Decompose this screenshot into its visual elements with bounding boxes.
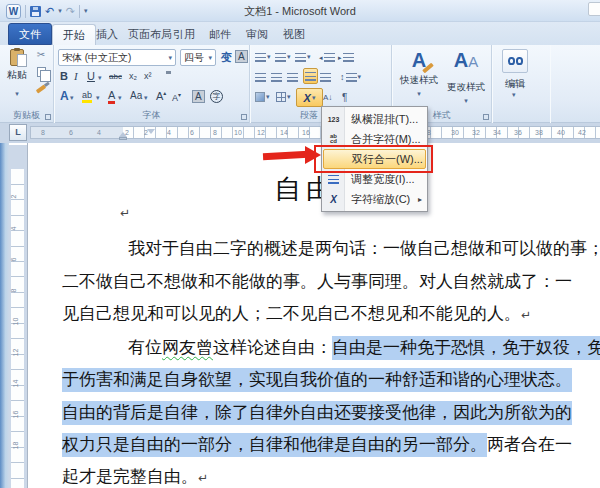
ruler-number: 18	[12, 442, 19, 450]
tab-view[interactable]: 视图	[273, 24, 315, 45]
find-button[interactable]	[502, 49, 528, 73]
change-styles-button[interactable]: AA 更改样式	[443, 48, 489, 106]
doc-line[interactable]: 起才是完整自由。↵	[62, 465, 208, 488]
multilevel-list-button[interactable]	[295, 49, 311, 65]
copy-icon[interactable]	[34, 66, 48, 79]
doc-line[interactable]: 权力只是自由的一部分，自律和他律是自由的另一部分。两者合在一	[62, 433, 572, 456]
ruler-number: 32	[472, 129, 480, 136]
character-shading-icon[interactable]: A	[192, 90, 205, 103]
strikethrough-button[interactable]: abc	[109, 72, 122, 81]
chevron-down-icon[interactable]	[96, 94, 100, 102]
phonetic-guide-icon[interactable]: 变	[221, 50, 232, 65]
character-scaling-icon: X	[325, 191, 342, 207]
ruler-number: 2	[10, 195, 17, 199]
change-case-icon[interactable]: Aa	[130, 90, 142, 101]
ruler-number: 4	[97, 129, 101, 136]
window-title: 文档1 - Microsoft Word	[0, 4, 600, 19]
menu-item-character-scaling[interactable]: X 字符缩放(C)	[322, 189, 427, 209]
shrink-font-icon[interactable]: A▾	[172, 91, 181, 103]
word-window: W 文档1 - Microsoft Word 文件 开始 插入 页面布局 引用 …	[0, 0, 600, 488]
text-effects-icon[interactable]: A	[60, 89, 69, 103]
selected-text: 于伤害和满足自身欲望，实现自我价值的一种舒适和谐的心理状态。	[62, 368, 572, 392]
show-marks-button[interactable]	[342, 89, 347, 105]
chevron-down-icon	[15, 90, 19, 97]
dialog-launcher-icon[interactable]	[45, 114, 51, 120]
horizontal-in-vertical-icon: 123	[325, 111, 342, 127]
chevron-down-icon[interactable]	[118, 94, 122, 102]
increase-indent-button[interactable]	[338, 49, 354, 65]
ruler-number: 6	[69, 129, 73, 136]
ruler-number: 16	[302, 129, 310, 136]
clipboard-group: 粘贴 剪贴板	[0, 45, 54, 123]
font-size-combo[interactable]: 四号	[180, 49, 216, 66]
shading-button[interactable]	[255, 89, 270, 105]
ruler-number: 38	[535, 129, 543, 136]
ruler-number: 42	[578, 129, 586, 136]
doc-line[interactable]: 于伤害和满足自身欲望，实现自我价值的一种舒适和谐的心理状态。	[62, 368, 572, 391]
empty-paragraph-mark[interactable]: ↵	[120, 202, 130, 222]
tab-file[interactable]: 文件	[8, 23, 52, 45]
chevron-down-icon	[168, 54, 172, 62]
enclose-characters-icon[interactable]: 字	[210, 89, 223, 103]
tab-selector[interactable]: L	[9, 124, 27, 141]
ruler-number: 16	[12, 411, 19, 419]
dialog-launcher-icon[interactable]	[241, 114, 247, 120]
quick-styles-button[interactable]: A 快速样式	[396, 48, 442, 106]
chevron-down-icon	[464, 97, 468, 104]
underline-button[interactable]: U	[87, 70, 95, 82]
binoculars-icon	[508, 57, 523, 65]
editing-group: 编辑	[492, 45, 550, 123]
ribbon-tab-row: 文件 开始 插入 页面布局 引用 邮件 审阅 视图	[0, 22, 600, 45]
doc-line[interactable]: 有位网友曾这样论述自由：自由是一种免于恐惧，免于奴役，免	[128, 336, 600, 359]
font-name-combo[interactable]: 宋体 (中文正文)	[58, 49, 176, 66]
distribute-button[interactable]	[320, 69, 331, 85]
paste-button[interactable]: 粘贴	[4, 48, 30, 108]
line-spacing-button[interactable]	[340, 69, 361, 85]
numbering-button[interactable]	[275, 49, 291, 65]
selected-text: 自由是一种免于恐惧，免于奴役，免	[332, 336, 600, 360]
align-left-button[interactable]	[255, 69, 266, 85]
chevron-down-icon	[417, 90, 421, 97]
editing-label: 编辑	[492, 77, 538, 91]
doc-line[interactable]: 我对于自由二字的概述是两句话：一做自己想做和可以做的事；	[128, 237, 600, 260]
chevron-down-icon[interactable]	[512, 91, 516, 99]
font-color-icon[interactable]: A	[108, 89, 115, 104]
selected-text: 权力只是自由的一部分，自律和他律是自由的另一部分。	[62, 433, 487, 457]
ruler-number: 4	[10, 227, 17, 231]
highlight-color-icon[interactable]: ab	[82, 90, 92, 103]
paste-icon	[10, 49, 24, 66]
grow-font-icon[interactable]: A▴	[156, 89, 166, 102]
superscript-button[interactable]: x²	[144, 71, 152, 81]
dialog-launcher-icon[interactable]	[483, 114, 489, 120]
doc-line[interactable]: 见自己想见和可以见的人；二不见自己不想见和不能见的人。↵	[62, 302, 531, 325]
character-border-icon[interactable]: A	[235, 50, 248, 63]
tab-mailings[interactable]: 邮件	[199, 24, 241, 45]
doc-line[interactable]: 二不做自己不想做和不能做的事。人与事同理。对人自然就成了：一	[62, 270, 572, 293]
vertical-ruler[interactable]: 24681012141618	[9, 145, 27, 488]
doc-line[interactable]: 自由的背后是自律，除了自律外自由还要接受他律，因此为所欲为的	[62, 401, 572, 424]
cut-icon[interactable]	[34, 49, 48, 62]
asian-layout-button[interactable]: X	[296, 88, 323, 107]
justify-button[interactable]	[303, 68, 318, 84]
menu-item-horizontal-in-vertical[interactable]: 123 纵横混排(T)...	[322, 109, 427, 129]
subscript-button[interactable]: x₂	[129, 71, 137, 81]
ruler-number: 4	[167, 129, 171, 136]
chevron-down-icon[interactable]	[98, 74, 102, 82]
align-center-button[interactable]	[271, 69, 282, 85]
first-line-indent-marker[interactable]	[147, 129, 155, 134]
bold-button[interactable]: B	[60, 70, 68, 82]
ruler-number: 6	[10, 258, 17, 262]
horizontal-ruler[interactable]: L 86422468101214162830323436384042	[0, 123, 600, 143]
decrease-indent-button[interactable]	[319, 49, 335, 65]
chevron-down-icon[interactable]	[144, 94, 148, 102]
tab-review[interactable]: 审阅	[236, 24, 278, 45]
chevron-down-icon[interactable]	[70, 94, 74, 102]
left-indent-marker[interactable]	[119, 137, 127, 140]
format-painter-icon[interactable]	[34, 83, 48, 96]
align-right-button[interactable]	[287, 69, 298, 85]
borders-button[interactable]	[276, 89, 291, 105]
bullets-button[interactable]	[255, 49, 271, 65]
sort-button[interactable]: A↓	[323, 89, 332, 105]
italic-button[interactable]: I	[74, 70, 78, 82]
chevron-down-icon	[312, 94, 316, 102]
